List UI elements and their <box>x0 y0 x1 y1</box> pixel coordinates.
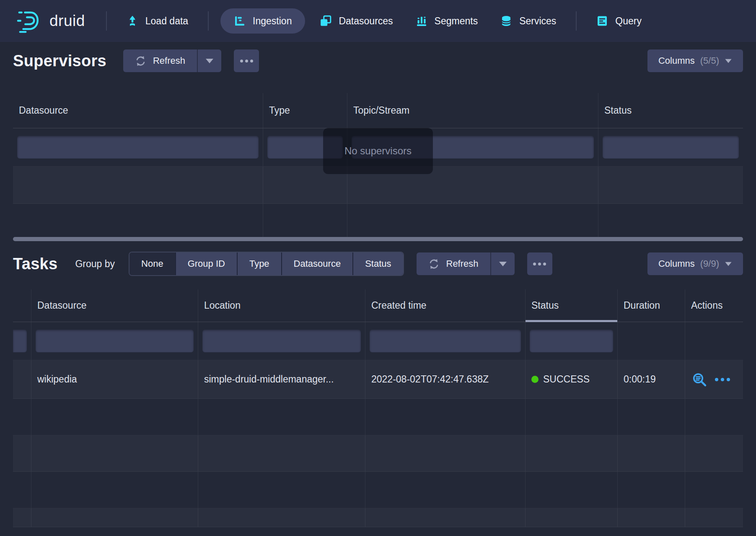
supervisors-title: Supervisors <box>13 52 106 70</box>
supervisors-refresh-split-button: Refresh <box>123 49 221 72</box>
chevron-down-icon <box>725 59 731 62</box>
location-cell: simple-druid-middlemanager... <box>198 360 365 398</box>
chevron-down-icon <box>725 262 731 265</box>
druid-logo[interactable]: druid <box>16 9 85 33</box>
task-row-wikipedia: wikipedia simple-druid-middlemanager... … <box>13 360 743 399</box>
nav-item-label: Segments <box>435 16 478 27</box>
refresh-label: Refresh <box>446 258 479 269</box>
supervisors-refresh-button[interactable]: Refresh <box>123 49 197 72</box>
table-row <box>13 399 743 435</box>
nav-item-query[interactable]: Query <box>585 0 653 42</box>
chevron-down-icon <box>499 262 507 266</box>
supervisors-header-bar: Supervisors Refresh Columns <box>13 49 743 73</box>
tasks-title: Tasks <box>13 255 57 273</box>
nav-item-load-data[interactable]: Load data <box>115 0 199 42</box>
ingestion-icon <box>234 15 246 27</box>
tasks-refresh-caret-button[interactable] <box>490 252 515 275</box>
druid-logo-icon <box>16 9 43 33</box>
filter-datasource-input[interactable] <box>36 330 194 352</box>
filter-clipped-input[interactable] <box>13 330 27 352</box>
column-header-actions[interactable]: Actions <box>685 289 743 322</box>
group-by-group-id-button[interactable]: Group ID <box>176 252 237 275</box>
status-text: SUCCESS <box>543 374 590 385</box>
filter-status-input[interactable] <box>530 330 613 352</box>
supervisors-table: Datasource Type Topic/Stream Status No s… <box>13 93 743 239</box>
datasources-icon <box>320 15 331 27</box>
column-header-type[interactable]: Type <box>263 93 347 128</box>
group-by-status-button[interactable]: Status <box>353 252 403 275</box>
tasks-filter-row <box>13 322 743 360</box>
status-cell: SUCCESS <box>525 360 617 398</box>
druid-console: druid Load data Ingestion <box>0 0 756 536</box>
nav-item-services[interactable]: Services <box>489 0 567 42</box>
column-header-datasource[interactable]: Datasource <box>13 93 263 128</box>
table-row <box>13 435 743 472</box>
filter-datasource-input[interactable] <box>17 136 259 159</box>
tasks-header-row: Datasource Location Created time Status … <box>13 289 743 322</box>
supervisors-columns-button[interactable]: Columns (5/5) <box>647 49 743 72</box>
filter-status-input[interactable] <box>603 136 739 159</box>
nav-divider <box>208 11 209 31</box>
columns-count: (5/5) <box>700 55 719 66</box>
query-icon <box>596 15 608 27</box>
success-status-dot <box>531 376 539 383</box>
column-header-location[interactable]: Location <box>198 289 365 322</box>
logo-text: druid <box>49 12 85 30</box>
actions-cell <box>685 360 743 398</box>
refresh-icon <box>135 55 146 67</box>
created-time-cell: 2022-08-02T07:42:47.638Z <box>365 360 525 398</box>
table-row <box>13 472 743 508</box>
group-by-type-button[interactable]: Type <box>238 252 281 275</box>
nav-divider <box>106 11 107 31</box>
nav-item-label: Datasources <box>339 16 393 27</box>
nav-item-segments[interactable]: Segments <box>404 0 489 42</box>
more-icon <box>533 263 546 265</box>
group-by-none-button[interactable]: None <box>129 252 175 275</box>
supervisors-more-button[interactable] <box>234 49 259 72</box>
datasource-cell: wikipedia <box>31 360 198 398</box>
supervisors-refresh-caret-button[interactable] <box>197 49 221 72</box>
column-header-datasource[interactable]: Datasource <box>31 289 198 322</box>
tasks-more-button[interactable] <box>527 252 552 275</box>
columns-count: (9/9) <box>700 258 719 269</box>
top-nav: druid Load data Ingestion <box>0 0 756 42</box>
table-row <box>13 508 743 527</box>
refresh-label: Refresh <box>153 55 185 66</box>
group-by-datasource-button[interactable]: Datasource <box>282 252 353 275</box>
nav-item-label: Load data <box>145 16 188 27</box>
nav-item-datasources[interactable]: Datasources <box>308 0 404 42</box>
column-header-spacer <box>13 289 31 322</box>
filter-created-time-input[interactable] <box>370 330 521 352</box>
group-by-button-group: None Group ID Type Datasource Status <box>129 252 404 276</box>
segments-icon <box>416 15 427 27</box>
column-header-status[interactable]: Status <box>598 93 743 128</box>
tasks-columns-button[interactable]: Columns (9/9) <box>647 252 743 275</box>
nav-divider <box>576 11 577 31</box>
column-header-duration[interactable]: Duration <box>617 289 685 322</box>
view-details-icon[interactable] <box>692 372 707 387</box>
column-header-topic-stream[interactable]: Topic/Stream <box>347 93 598 128</box>
nav-item-label: Ingestion <box>253 16 292 27</box>
horizontal-scrollbar[interactable] <box>13 237 743 241</box>
column-header-status[interactable]: Status <box>525 289 617 322</box>
refresh-icon <box>428 258 440 270</box>
more-icon <box>240 60 253 62</box>
duration-cell: 0:00:19 <box>617 360 685 398</box>
no-supervisors-message: No supervisors <box>323 128 433 174</box>
column-header-created-time[interactable]: Created time <box>365 289 525 322</box>
nav-item-label: Services <box>519 16 556 27</box>
row-spacer-cell <box>13 360 31 398</box>
group-by-label: Group by <box>75 258 115 270</box>
filter-location-input[interactable] <box>202 330 361 352</box>
load-data-icon <box>127 15 138 27</box>
nav-item-ingestion[interactable]: Ingestion <box>220 8 305 34</box>
tasks-table: Datasource Location Created time Status … <box>13 289 743 527</box>
row-more-actions-icon[interactable] <box>715 378 730 381</box>
tasks-refresh-button[interactable]: Refresh <box>417 252 490 275</box>
table-row <box>13 204 743 239</box>
chevron-down-icon <box>206 59 213 63</box>
tasks-refresh-split-button: Refresh <box>417 252 515 275</box>
services-icon <box>500 15 512 27</box>
columns-label: Columns <box>658 258 695 269</box>
nav-item-label: Query <box>615 16 642 27</box>
